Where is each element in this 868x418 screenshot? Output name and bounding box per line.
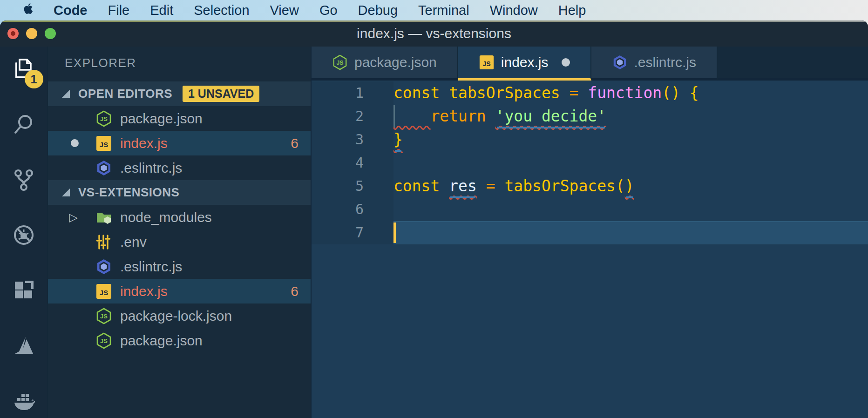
file-name: index.js xyxy=(120,283,168,299)
file-row-package-json[interactable]: JSpackage.json xyxy=(48,328,311,353)
tab-package-json[interactable]: JSpackage.json xyxy=(312,47,458,81)
debug-disabled-icon xyxy=(13,224,35,248)
section-header-vs-extensions[interactable]: VS-EXTENSIONS xyxy=(48,180,311,205)
eslint-icon xyxy=(612,54,628,70)
code-token xyxy=(680,81,690,105)
code-editor[interactable]: 1const tabsOrSpaces = function() {2 retu… xyxy=(312,81,868,418)
code-line-content[interactable] xyxy=(393,198,868,221)
tab-index-js[interactable]: JSindex.js xyxy=(458,47,591,81)
menu-item-debug[interactable]: Debug xyxy=(348,3,408,18)
menu-item-terminal[interactable]: Terminal xyxy=(408,3,480,18)
code-line-2: 2 return 'you decide' xyxy=(312,105,868,128)
activity-badge: 1 xyxy=(25,70,43,88)
code-token: { xyxy=(690,81,699,105)
apple-menu[interactable] xyxy=(14,2,43,18)
activity-extensions[interactable] xyxy=(13,280,35,303)
file-name: package.json xyxy=(120,333,203,349)
file-row--eslintrc-js[interactable]: .eslintrc.js xyxy=(48,254,311,279)
code-line-5: 5const res = tabsOrSpaces() xyxy=(312,175,868,198)
problems-badge: 6 xyxy=(291,135,298,151)
line-number: 6 xyxy=(312,198,393,221)
code-line-4: 4 xyxy=(312,151,868,175)
section-header-open-editors[interactable]: OPEN EDITORS1 UNSAVED xyxy=(48,81,311,106)
menu-item-go[interactable]: Go xyxy=(309,3,348,18)
code-token: return xyxy=(430,105,486,128)
code-token-error xyxy=(393,105,430,128)
svg-text:JS: JS xyxy=(100,289,108,297)
code-token xyxy=(486,105,495,128)
docker-icon xyxy=(13,390,35,414)
line-number: 4 xyxy=(312,151,393,175)
menu-item-help[interactable]: Help xyxy=(548,3,597,18)
row-indicator-slot xyxy=(48,139,79,147)
explorer-sidebar: EXPLORER OPEN EDITORS1 UNSAVEDJSpackage.… xyxy=(48,47,312,418)
workbench: 1 EXPLORER OPEN EDITORS1 UNSAVEDJSpackag… xyxy=(0,47,868,418)
macos-menu-bar: CodeFileEditSelectionViewGoDebugTerminal… xyxy=(0,0,868,20)
code-line-content[interactable]: return 'you decide' xyxy=(393,105,868,128)
activity-search[interactable] xyxy=(13,114,35,136)
editor-tab-bar: JSpackage.jsonJSindex.js.eslintrc.js xyxy=(312,47,868,81)
eslint-icon xyxy=(95,160,112,176)
tab--eslintrc-js[interactable]: .eslintrc.js xyxy=(591,47,718,81)
code-line-content[interactable]: const tabsOrSpaces = function() { xyxy=(393,81,868,105)
file-row-package-lock-json[interactable]: JSpackage-lock.json xyxy=(48,303,311,328)
activity-azure[interactable] xyxy=(13,336,35,358)
section-label: OPEN EDITORS xyxy=(78,87,172,101)
code-line-content[interactable] xyxy=(393,221,868,244)
file-row-node-modules[interactable]: ▷node_modules xyxy=(48,205,311,229)
folder-node-icon xyxy=(95,209,112,226)
nodejs-icon: JS xyxy=(95,110,112,127)
menu-item-file[interactable]: File xyxy=(98,3,140,18)
text-cursor xyxy=(393,222,396,243)
code-line-content[interactable] xyxy=(393,151,868,175)
minimize-button[interactable] xyxy=(26,28,37,39)
code-token-error: 'you decide' xyxy=(495,105,606,128)
modified-dot-icon xyxy=(562,58,570,67)
vscode-window: index.js — vs-extensions 1 EXPLORER OPEN… xyxy=(0,20,868,418)
js-icon: JS xyxy=(95,135,112,152)
menu-item-code[interactable]: Code xyxy=(43,3,98,18)
code-token: tabsOrSpaces xyxy=(504,175,615,198)
source-control-icon xyxy=(13,169,35,193)
activity-explorer[interactable]: 1 xyxy=(13,59,35,81)
menu-item-window[interactable]: Window xyxy=(480,3,548,18)
code-token: const xyxy=(393,175,440,198)
zoom-button[interactable] xyxy=(45,28,56,39)
env-settings-icon xyxy=(95,234,112,250)
menu-item-edit[interactable]: Edit xyxy=(140,3,183,18)
twistie-expanded-icon xyxy=(62,90,70,98)
file-row-package-json[interactable]: JSpackage.json xyxy=(48,106,311,131)
code-line-content[interactable]: const res = tabsOrSpaces() xyxy=(393,175,868,198)
code-token: tabsOrSpaces xyxy=(449,81,560,105)
file-row--env[interactable]: .env xyxy=(48,229,311,254)
tab-label: .eslintrc.js xyxy=(634,54,696,70)
menu-item-view[interactable]: View xyxy=(260,3,309,18)
file-row-index-js[interactable]: JSindex.js6 xyxy=(48,279,311,303)
extensions-icon xyxy=(13,279,35,303)
file-row-index-js[interactable]: JSindex.js6 xyxy=(48,131,311,155)
nodejs-icon: JS xyxy=(95,332,112,349)
code-token xyxy=(495,175,505,198)
menu-item-selection[interactable]: Selection xyxy=(183,3,259,18)
search-icon xyxy=(13,113,35,137)
file-row--eslintrc-js[interactable]: .eslintrc.js xyxy=(48,155,311,180)
svg-text:JS: JS xyxy=(100,337,108,344)
close-button[interactable] xyxy=(7,28,19,39)
code-token-error: } xyxy=(393,128,403,151)
js-icon: JS xyxy=(479,54,495,70)
code-line-content[interactable]: } xyxy=(393,128,868,151)
line-number: 3 xyxy=(312,128,393,151)
file-name: node_modules xyxy=(120,209,212,225)
code-token: function xyxy=(588,81,662,105)
activity-docker[interactable] xyxy=(13,391,35,413)
activity-debug[interactable] xyxy=(13,225,35,247)
line-number: 1 xyxy=(312,81,393,105)
svg-text:JS: JS xyxy=(100,115,108,122)
svg-text:JS: JS xyxy=(482,60,490,67)
activity-source-control[interactable] xyxy=(13,169,35,192)
code-token-error: ) xyxy=(625,175,634,198)
code-token: () xyxy=(662,81,680,105)
nodejs-icon: JS xyxy=(332,54,348,70)
line-number: 2 xyxy=(312,105,393,128)
title-bar[interactable]: index.js — vs-extensions xyxy=(0,20,868,47)
